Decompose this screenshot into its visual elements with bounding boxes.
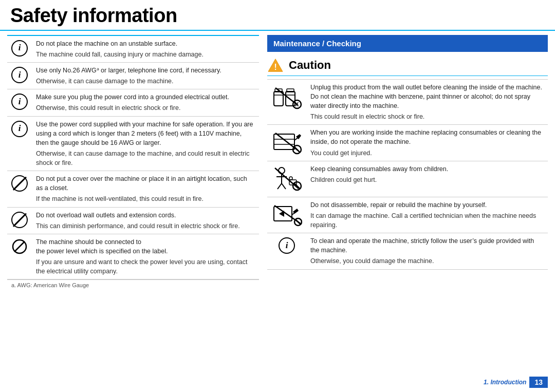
icon-cell: X [267,79,306,125]
sub-text: This can diminish performance, and could… [36,221,255,231]
text-cell: To clean and operate the machine, strict… [306,233,548,269]
main-text: Do not disassemble, repair or rebuild th… [310,200,544,210]
main-text: Do not put a cover over the machine or p… [36,174,255,193]
main-text: Keep cleaning consumables away from chil… [310,164,544,174]
text-block: Make sure you plug the power cord into a… [36,92,255,113]
svg-rect-13 [274,134,294,150]
table-row: When you are working inside the machine … [267,125,548,161]
slash-icon [11,238,28,255]
main-text: The machine should be connected tothe po… [36,237,255,256]
text-block: Unplug this product from the wall outlet… [310,83,544,122]
text-cell: Use the power cord supplied with your ma… [32,116,259,171]
table-row: Do not disassemble, repair or rebuild th… [267,197,548,233]
info-icon: i [11,67,28,83]
text-block: Do not disassemble, repair or rebuild th… [310,200,544,230]
sub-text: This could result in electric shock or f… [310,112,544,121]
icon-cell [267,125,306,161]
main-text: Do not overload wall outlets and extensi… [36,211,255,220]
page-header: Safety information [0,0,555,31]
left-column: i Do not place the machine on an unstabl… [7,35,259,292]
svg-text:!: ! [274,63,276,71]
disassemble-icon [271,201,302,227]
sub-text: The machine could fall, causing injury o… [36,50,255,59]
right-column: Maintenance / Checking ! Caution X Unplu… [267,35,548,292]
svg-line-19 [294,147,300,152]
table-row: X Unplug this product from the wall outl… [267,79,548,125]
footer-label: 1. Introduction [484,379,526,386]
sub-text: Otherwise, this could result in electric… [36,103,255,113]
table-row: The machine should be connected tothe po… [7,234,259,279]
caution-header: ! Caution [267,56,548,76]
table-row: i Do not place the machine on an unstabl… [7,35,259,63]
svg-line-24 [282,183,286,189]
icon-cell: i [7,63,32,89]
icon-cell [267,161,306,197]
text-block: Use the power cord supplied with your ma… [36,120,255,168]
main-content: i Do not place the machine on an unstabl… [0,31,555,292]
table-row: Do not put a cover over the machine or p… [7,171,259,207]
sub-text: Children could get hurt. [310,175,544,184]
table-row: i Use only No.26 AWGᵃ or larger, telepho… [7,63,259,89]
main-text: When you are working inside the machine … [310,128,544,146]
icon-cell [267,197,306,233]
table-row: i To clean and operate the machine, stri… [267,233,548,269]
text-cell: Use only No.26 AWGᵃ or larger, telephone… [32,63,259,89]
repair-icon [271,129,302,155]
info-icon: i [279,237,295,254]
no-icon [11,212,28,228]
sub-text: It can damage the machine. Call a certif… [310,211,544,230]
icon-cell [7,171,32,207]
table-row: i Use the power cord supplied with your … [7,116,259,171]
text-cell: Keep cleaning consumables away from chil… [306,161,548,197]
text-cell: When you are working inside the machine … [306,125,548,161]
text-cell: Do not place the machine on an unstable … [32,35,259,63]
page-title: Safety information [10,5,545,27]
svg-line-27 [275,168,299,189]
svg-line-23 [278,183,282,189]
text-cell: Do not overload wall outlets and extensi… [32,207,259,234]
text-block: Use only No.26 AWGᵃ or larger, telephone… [36,66,255,86]
text-block: Do not put a cover over the machine or p… [36,174,255,203]
info-icon: i [11,121,28,137]
main-text: Use only No.26 AWGᵃ or larger, telephone… [36,66,255,75]
sub-text: You could get injured. [310,148,544,158]
text-block: Keep cleaning consumables away from chil… [310,164,544,184]
icon-cell [7,207,32,234]
main-text: To clean and operate the machine, strict… [310,236,544,255]
children-icon [271,165,302,191]
text-block: Do not overload wall outlets and extensi… [36,211,255,231]
icon-cell: i [7,89,32,116]
text-block: Do not place the machine on an unstable … [36,39,255,59]
sub-text: Otherwise, it can cause damage to the ma… [36,149,255,167]
sub-text: Otherwise, you could damage the machine. [310,256,544,266]
footer-page-number: 13 [529,377,548,388]
main-text: Make sure you plug the power cord into a… [36,92,255,102]
maintenance-table: X Unplug this product from the wall outl… [267,79,548,270]
sub-text: Otherwise, it can cause damage to the ma… [36,77,255,86]
icon-cell: i [7,35,32,63]
icon-cell: i [7,116,32,171]
svg-text:X: X [295,101,299,107]
svg-rect-4 [274,91,283,106]
text-cell: Unplug this product from the wall outlet… [306,79,548,125]
table-row: i Make sure you plug the power cord into… [7,89,259,116]
svg-line-1 [14,241,25,252]
table-row: Keep cleaning consumables away from chil… [267,161,548,197]
main-text: Use the power cord supplied with your ma… [36,120,255,147]
text-cell: The machine should be connected tothe po… [32,234,259,279]
no-icon [11,175,28,192]
text-cell: Make sure you plug the power cord into a… [32,89,259,116]
section-header: Maintenance / Checking [267,35,548,52]
svg-line-34 [295,219,301,225]
icon-cell [7,234,32,279]
sub-text: If you are unsure and want to check the … [36,257,255,276]
caution-triangle-icon: ! [267,58,284,72]
text-cell: Do not disassemble, repair or rebuild th… [306,197,548,233]
caution-title: Caution [289,59,331,72]
svg-point-26 [289,177,292,180]
footnote: a. AWG: American Wire Gauge [7,279,259,291]
info-icon: i [11,94,28,110]
main-text: Do not place the machine on an unstable … [36,39,255,48]
page-footer: 1. Introduction 13 [484,377,548,388]
main-text: Unplug this product from the wall outlet… [310,83,544,110]
